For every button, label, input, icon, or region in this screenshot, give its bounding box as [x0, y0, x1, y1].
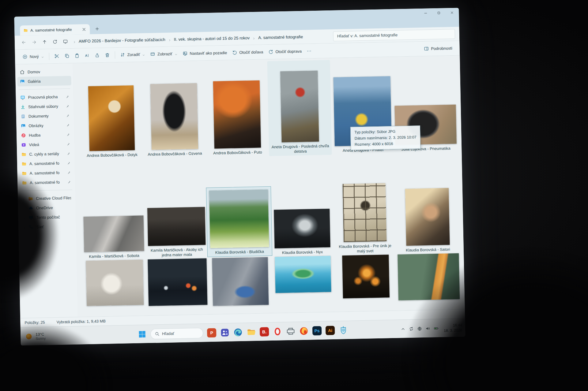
photo-thumbnail[interactable]	[274, 209, 330, 249]
gallery-icon	[21, 123, 26, 128]
sidebar-item-label: A. samostatné fo	[29, 170, 59, 176]
photo-thumbnail[interactable]	[88, 85, 134, 151]
sidebar-item-c-cykly-a-seri-ly[interactable]: C. cykly a seriály	[19, 149, 73, 159]
chevron-right-icon	[73, 40, 76, 43]
desktopicon-icon	[20, 95, 25, 100]
photo-thumbnail[interactable]	[342, 255, 390, 298]
rotate-right-button[interactable]: Otočiť doprava	[266, 47, 304, 57]
firefox-icon[interactable]	[299, 326, 309, 336]
photo-thumbnail[interactable]	[209, 190, 269, 248]
photo-thumbnail[interactable]	[405, 188, 450, 246]
photo-thumbnail[interactable]	[212, 257, 269, 306]
sidebar-item-vide-[interactable]: Videá	[18, 139, 73, 150]
file-grid: Andrea Bobovčáková - DotykAndrea Bobovčá…	[79, 58, 462, 317]
tab-close-icon[interactable]	[81, 27, 86, 32]
details-label: Podrobnosti	[431, 46, 452, 51]
opera-icon[interactable]	[273, 327, 282, 336]
sidebar-item-stiahnut-s-bory[interactable]: Stiahnuté súbory	[18, 101, 72, 112]
edge-icon[interactable]	[233, 327, 243, 337]
sidebar-divider	[19, 88, 70, 90]
maximize-button[interactable]	[437, 11, 441, 15]
photo-thumbnail[interactable]	[150, 83, 198, 150]
breadcrumb-segment[interactable]: II. vek. skupina - autori od 15 do 25 ro…	[174, 35, 250, 42]
sidebar-item-gal-ria[interactable]: Galéria	[17, 76, 71, 87]
crest-icon[interactable]	[339, 326, 348, 335]
paste-button[interactable]	[72, 51, 82, 60]
file-tile-cell: Andrea Bobovčáková - Puto	[204, 61, 269, 157]
sidebar-item-obr-zky[interactable]: Obrázky	[18, 120, 72, 131]
details-button[interactable]: Podrobnosti	[421, 44, 455, 53]
breadcrumb: AMFO 2026 - Bardejov - Fotografie súťaži…	[73, 35, 303, 44]
explorer-tab[interactable]: A. samostatné fotografie	[20, 24, 90, 36]
chevron-right-icon	[168, 38, 171, 41]
explorer-search-box[interactable]	[333, 29, 455, 41]
b-app-icon[interactable]: B.	[260, 327, 269, 337]
more-button[interactable]	[304, 47, 315, 56]
sidebar-item-label: Stiahnuté súbory	[28, 104, 58, 109]
powerpoint-icon[interactable]: P	[207, 328, 217, 337]
trash-icon	[104, 52, 110, 58]
photo-thumbnail[interactable]	[342, 183, 386, 242]
photoshop-icon[interactable]: Ps	[312, 326, 322, 335]
explorer-icon[interactable]	[247, 327, 256, 337]
forward-button[interactable]	[29, 38, 39, 47]
set-wallpaper-button[interactable]: Nastaviť ako pozadie	[180, 48, 230, 58]
pin-icon	[66, 152, 70, 155]
photo-thumbnail[interactable]	[83, 216, 144, 252]
scissors-button[interactable]	[51, 52, 62, 61]
sidebar-item-dokumenty[interactable]: Dokumenty	[18, 111, 72, 121]
search-icon	[447, 32, 452, 36]
file-tile-cell	[208, 257, 272, 315]
new-tab-button[interactable]	[95, 26, 100, 31]
breadcrumb-segment[interactable]: AMFO 2026 - Bardejov - Fotografie súťaži…	[79, 37, 165, 44]
view-button[interactable]: Zobraziť	[148, 49, 180, 59]
home-icon	[20, 69, 25, 75]
download-icon	[20, 104, 25, 110]
file-tile-cell	[271, 256, 335, 314]
photo-thumbnail[interactable]	[148, 258, 207, 306]
file-tooltip: Typ položky: Súbor JPG Dátum nasnímania:…	[350, 125, 421, 150]
printer-icon[interactable]	[286, 326, 296, 336]
up-button[interactable]	[40, 37, 49, 47]
back-button[interactable]	[19, 38, 28, 47]
new-button[interactable]: Nový	[20, 52, 47, 61]
photo-thumbnail[interactable]	[86, 259, 144, 306]
photo-thumbnail[interactable]	[275, 256, 331, 293]
share-button[interactable]	[92, 51, 102, 60]
tab-title: A. samostatné fotografie	[30, 27, 79, 32]
video-icon	[21, 142, 26, 147]
rotate-left-button[interactable]: Otočiť doľava	[229, 47, 266, 57]
rename-button[interactable]	[82, 51, 92, 60]
close-button[interactable]	[450, 11, 454, 15]
document-icon	[21, 114, 26, 119]
sidebar-item-pracovn-plocha[interactable]: Pracovná plocha	[17, 92, 72, 102]
monitor-button[interactable]	[61, 37, 70, 47]
trash-button[interactable]	[102, 50, 112, 60]
selection-info: Vybratá položka: 1, 9,43 MB	[56, 319, 106, 324]
photo-thumbnail[interactable]	[280, 71, 319, 142]
photo-thumbnail[interactable]	[147, 207, 205, 246]
photo-caption: Andrea Bobovčáková - Puto	[213, 150, 262, 156]
minimize-button[interactable]	[424, 11, 428, 15]
selected-tile-box[interactable]: Klaudia Borovská - Bludička	[206, 186, 272, 257]
refresh-button[interactable]	[50, 37, 60, 47]
teams-icon[interactable]	[220, 328, 230, 337]
photo-thumbnail[interactable]	[213, 80, 261, 149]
rotate-left-label: Otočiť doľava	[239, 50, 263, 55]
taskbar-search[interactable]: Hľadať	[150, 328, 203, 339]
sort-button[interactable]: Zoradiť	[117, 50, 148, 59]
breadcrumb-segment[interactable]: A. samostatné fotografie	[258, 35, 303, 40]
pin-icon	[66, 104, 69, 108]
pin-icon	[66, 142, 70, 146]
sidebar-item-domov[interactable]: Domov	[17, 66, 71, 77]
chevron-up-icon[interactable]	[401, 326, 405, 331]
sidebar-item-label: Videá	[29, 142, 39, 147]
photo-caption: Kamila - Martičková - Sobota	[89, 253, 139, 259]
explorer-search-input[interactable]	[337, 31, 445, 39]
copy-button[interactable]	[62, 51, 72, 61]
sidebar-item-hudba[interactable]: Hudba	[18, 130, 73, 140]
sidebar-item-a-samostatn-fo[interactable]: A. samostatné fo	[19, 158, 73, 169]
explorer-body: DomovGalériaPracovná plochaStiahnuté súb…	[15, 56, 465, 318]
illustrator-icon[interactable]: Ai	[326, 326, 335, 335]
windows-start-icon[interactable]	[138, 330, 147, 339]
